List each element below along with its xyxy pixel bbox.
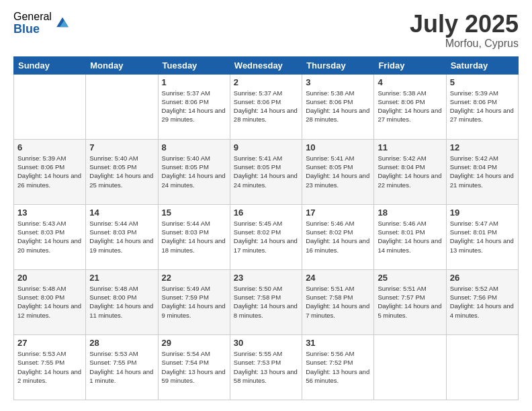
table-row: 25Sunrise: 5:51 AM Sunset: 7:57 PM Dayli… [374,269,446,334]
table-row: 20Sunrise: 5:48 AM Sunset: 8:00 PM Dayli… [14,269,86,334]
table-row: 31Sunrise: 5:56 AM Sunset: 7:52 PM Dayli… [302,334,374,400]
day-number: 14 [89,208,154,218]
day-number: 10 [306,142,370,152]
day-info: Sunrise: 5:44 AM Sunset: 8:03 PM Dayligh… [162,219,226,255]
day-info: Sunrise: 5:37 AM Sunset: 8:06 PM Dayligh… [234,89,298,124]
day-number: 16 [234,208,298,218]
day-info: Sunrise: 5:46 AM Sunset: 8:01 PM Dayligh… [378,219,442,255]
table-row: 1Sunrise: 5:37 AM Sunset: 8:06 PM Daylig… [158,74,230,139]
day-number: 22 [162,273,226,283]
logo-text: General Blue [13,11,52,36]
table-row: 5Sunrise: 5:39 AM Sunset: 8:06 PM Daylig… [446,74,518,139]
day-info: Sunrise: 5:49 AM Sunset: 7:59 PM Dayligh… [162,284,226,320]
day-info: Sunrise: 5:40 AM Sunset: 8:05 PM Dayligh… [162,154,226,189]
table-row: 2Sunrise: 5:37 AM Sunset: 8:06 PM Daylig… [230,74,302,139]
header-sunday: Sunday [14,56,86,74]
logo: General Blue [13,11,71,36]
table-row: 19Sunrise: 5:47 AM Sunset: 8:01 PM Dayli… [446,204,518,269]
day-info: Sunrise: 5:44 AM Sunset: 8:03 PM Dayligh… [89,219,154,255]
title-section: July 2025 Morfou, Cyprus [410,11,519,50]
calendar: Sunday Monday Tuesday Wednesday Thursday… [13,56,519,400]
day-info: Sunrise: 5:43 AM Sunset: 8:03 PM Dayligh… [17,219,82,255]
header: General Blue July 2025 Morfou, Cyprus [13,11,519,50]
table-row [86,74,158,139]
logo-icon [54,14,71,30]
calendar-week-row: 1Sunrise: 5:37 AM Sunset: 8:06 PM Daylig… [14,74,519,139]
table-row: 18Sunrise: 5:46 AM Sunset: 8:01 PM Dayli… [374,204,446,269]
day-number: 19 [450,208,515,218]
table-row: 29Sunrise: 5:54 AM Sunset: 7:54 PM Dayli… [158,334,230,400]
day-number: 12 [450,142,515,152]
day-info: Sunrise: 5:46 AM Sunset: 8:02 PM Dayligh… [306,219,370,255]
header-tuesday: Tuesday [158,56,230,74]
header-saturday: Saturday [446,56,518,74]
month-title: July 2025 [410,11,519,38]
day-number: 29 [162,338,226,348]
day-number: 3 [306,77,370,87]
day-info: Sunrise: 5:39 AM Sunset: 8:06 PM Dayligh… [17,154,82,189]
table-row: 30Sunrise: 5:55 AM Sunset: 7:53 PM Dayli… [230,334,302,400]
calendar-week-row: 13Sunrise: 5:43 AM Sunset: 8:03 PM Dayli… [14,204,519,269]
day-number: 8 [162,142,226,152]
table-row: 14Sunrise: 5:44 AM Sunset: 8:03 PM Dayli… [86,204,158,269]
day-number: 27 [17,338,82,348]
day-info: Sunrise: 5:56 AM Sunset: 7:52 PM Dayligh… [306,349,370,385]
calendar-week-row: 27Sunrise: 5:53 AM Sunset: 7:55 PM Dayli… [14,334,519,400]
day-number: 20 [17,273,82,283]
day-info: Sunrise: 5:38 AM Sunset: 8:06 PM Dayligh… [378,89,442,124]
day-info: Sunrise: 5:50 AM Sunset: 7:58 PM Dayligh… [234,284,298,320]
day-number: 4 [378,77,442,87]
day-info: Sunrise: 5:37 AM Sunset: 8:06 PM Dayligh… [162,89,226,124]
header-friday: Friday [374,56,446,74]
day-info: Sunrise: 5:52 AM Sunset: 7:56 PM Dayligh… [450,284,515,320]
table-row: 21Sunrise: 5:48 AM Sunset: 8:00 PM Dayli… [86,269,158,334]
table-row: 24Sunrise: 5:51 AM Sunset: 7:58 PM Dayli… [302,269,374,334]
day-number: 2 [234,77,298,87]
day-number: 28 [89,338,154,348]
day-number: 24 [306,273,370,283]
table-row [14,74,86,139]
table-row: 7Sunrise: 5:40 AM Sunset: 8:05 PM Daylig… [86,139,158,204]
day-number: 13 [17,208,82,218]
table-row: 28Sunrise: 5:53 AM Sunset: 7:55 PM Dayli… [86,334,158,400]
day-info: Sunrise: 5:47 AM Sunset: 8:01 PM Dayligh… [450,219,515,255]
day-info: Sunrise: 5:55 AM Sunset: 7:53 PM Dayligh… [234,349,298,385]
day-number: 15 [162,208,226,218]
table-row: 11Sunrise: 5:42 AM Sunset: 8:04 PM Dayli… [374,139,446,204]
day-number: 5 [450,77,515,87]
day-info: Sunrise: 5:51 AM Sunset: 7:58 PM Dayligh… [306,284,370,320]
table-row: 17Sunrise: 5:46 AM Sunset: 8:02 PM Dayli… [302,204,374,269]
table-row: 9Sunrise: 5:41 AM Sunset: 8:05 PM Daylig… [230,139,302,204]
table-row: 22Sunrise: 5:49 AM Sunset: 7:59 PM Dayli… [158,269,230,334]
weekday-header-row: Sunday Monday Tuesday Wednesday Thursday… [14,56,519,74]
day-number: 6 [17,142,82,152]
day-number: 23 [234,273,298,283]
table-row: 3Sunrise: 5:38 AM Sunset: 8:06 PM Daylig… [302,74,374,139]
day-info: Sunrise: 5:42 AM Sunset: 8:04 PM Dayligh… [378,154,442,189]
day-info: Sunrise: 5:42 AM Sunset: 8:04 PM Dayligh… [450,154,515,189]
day-number: 7 [89,142,154,152]
table-row: 23Sunrise: 5:50 AM Sunset: 7:58 PM Dayli… [230,269,302,334]
day-number: 31 [306,338,370,348]
day-info: Sunrise: 5:48 AM Sunset: 8:00 PM Dayligh… [17,284,82,320]
table-row: 10Sunrise: 5:41 AM Sunset: 8:05 PM Dayli… [302,139,374,204]
day-info: Sunrise: 5:40 AM Sunset: 8:05 PM Dayligh… [89,154,154,189]
location: Morfou, Cyprus [410,38,519,50]
day-info: Sunrise: 5:54 AM Sunset: 7:54 PM Dayligh… [162,349,226,385]
day-number: 9 [234,142,298,152]
table-row [446,334,518,400]
table-row [374,334,446,400]
day-number: 25 [378,273,442,283]
header-wednesday: Wednesday [230,56,302,74]
day-number: 21 [89,273,154,283]
day-number: 18 [378,208,442,218]
logo-general: General [13,11,52,23]
header-thursday: Thursday [302,56,374,74]
day-info: Sunrise: 5:41 AM Sunset: 8:05 PM Dayligh… [234,154,298,189]
day-info: Sunrise: 5:53 AM Sunset: 7:55 PM Dayligh… [17,349,82,385]
calendar-week-row: 20Sunrise: 5:48 AM Sunset: 8:00 PM Dayli… [14,269,519,334]
day-info: Sunrise: 5:41 AM Sunset: 8:05 PM Dayligh… [306,154,370,189]
day-info: Sunrise: 5:39 AM Sunset: 8:06 PM Dayligh… [450,89,515,124]
page: General Blue July 2025 Morfou, Cyprus Su… [0,0,532,411]
table-row: 15Sunrise: 5:44 AM Sunset: 8:03 PM Dayli… [158,204,230,269]
